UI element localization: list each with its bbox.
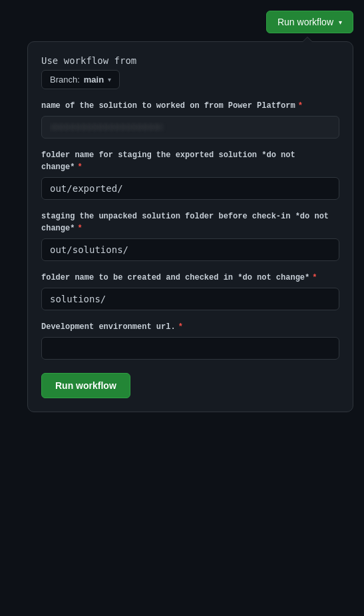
field-export-folder: folder name for staging the exported sol…: [41, 149, 339, 200]
chevron-down-icon: ▾: [339, 19, 342, 26]
panel-title: Use workflow from: [41, 55, 339, 66]
checkin-folder-input[interactable]: [41, 288, 339, 310]
required-star-2: *: [77, 162, 82, 172]
field-checkin-folder: folder name to be created and checked in…: [41, 272, 339, 310]
field-unpacked-folder: staging the unpacked solution folder bef…: [41, 210, 339, 261]
export-folder-input[interactable]: [41, 177, 339, 200]
run-workflow-submit-button[interactable]: Run workflow: [41, 373, 130, 398]
solution-name-input[interactable]: [41, 116, 339, 139]
run-workflow-top-label: Run workflow: [277, 17, 333, 27]
unpacked-folder-input[interactable]: [41, 238, 339, 261]
field-solution-name: name of the solution to worked on from P…: [41, 100, 339, 139]
workflow-panel: Use workflow from Branch: main ▾ name of…: [27, 41, 353, 412]
branch-selector-button[interactable]: Branch: main ▾: [41, 70, 120, 89]
top-bar: Run workflow ▾: [11, 11, 353, 33]
field-label-unpacked-folder: staging the unpacked solution folder bef…: [41, 210, 339, 234]
branch-name: main: [84, 75, 104, 85]
use-workflow-section: Use workflow from Branch: main ▾: [41, 55, 339, 89]
branch-chevron-icon: ▾: [108, 76, 111, 83]
field-label-export-folder: folder name for staging the exported sol…: [41, 149, 339, 173]
field-label-checkin-folder: folder name to be created and checked in…: [41, 272, 339, 284]
required-star-4: *: [312, 273, 317, 282]
dev-env-url-input[interactable]: [41, 337, 339, 360]
required-star-5: *: [178, 322, 183, 332]
run-workflow-top-button[interactable]: Run workflow ▾: [266, 11, 353, 33]
field-label-solution-name: name of the solution to worked on from P…: [41, 100, 339, 112]
required-star: *: [298, 101, 303, 111]
required-star-3: *: [77, 224, 82, 233]
field-dev-env-url: Development environment url.*: [41, 321, 339, 360]
panel-arrow: [302, 37, 313, 42]
field-label-dev-env-url: Development environment url.*: [41, 321, 339, 333]
branch-prefix: Branch:: [50, 75, 80, 85]
